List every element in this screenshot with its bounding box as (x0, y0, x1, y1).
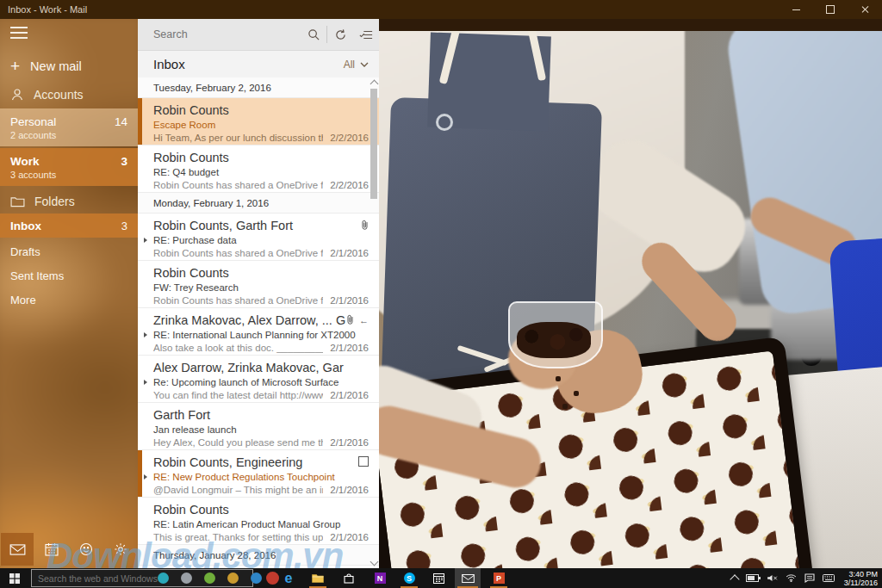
email-row[interactable]: Robin CountsEscape RoomHi Team, As per o… (138, 98, 379, 145)
email-row[interactable]: Zrinka Makovac, Alex Darrow, ... GRE: In… (138, 308, 379, 356)
taskbar-edge-button[interactable]: e (277, 568, 300, 588)
email-date: 2/1/2016 (330, 484, 369, 497)
email-sender: Zrinka Makovac, Alex Darrow, ... G (153, 313, 369, 329)
expand-thread-icon[interactable] (144, 238, 147, 243)
email-subject: RE: Purchase data (153, 234, 369, 247)
touch-keyboard-icon[interactable] (823, 574, 835, 582)
sidebar-item-drafts[interactable]: Drafts (0, 239, 138, 263)
account-detail: 2 accounts (10, 130, 127, 140)
scrollbar[interactable] (369, 77, 379, 568)
attachment-icon (361, 220, 369, 231)
taskbar-calendar-button[interactable] (427, 568, 450, 588)
taskbar-mail-button[interactable] (455, 568, 481, 588)
volume-muted-icon[interactable] (767, 574, 778, 582)
mail-app-window: Inbox - Work - Mail + New mail Accounts … (0, 0, 882, 588)
unread-indicator (138, 98, 142, 145)
account-count: 3 (121, 155, 127, 168)
sidebar: + New mail Accounts Personal 14 2 accoun… (0, 19, 138, 568)
email-row[interactable]: Alex Darrow, Zrinka Makovac, GarRe: Upco… (138, 356, 379, 403)
windows-logo-icon (9, 573, 20, 584)
email-subject: Re: Upcoming launch of Microsoft Surface (153, 376, 369, 389)
email-date: 2/2/2016 (330, 179, 369, 192)
taskbar-onenote-button[interactable]: N (369, 568, 391, 588)
sidebar-item-more[interactable]: More (0, 288, 138, 312)
chocolate-crumb (562, 404, 568, 409)
expand-thread-icon[interactable] (144, 380, 147, 385)
action-center-icon[interactable] (804, 573, 815, 583)
folder-name: Sent Items (10, 269, 64, 282)
kitchen-photo (379, 19, 882, 568)
sidebar-item-inbox[interactable]: Inbox 3 (0, 214, 138, 238)
message-list-pane: Inbox All Tuesday, February 2, 2016Robin… (138, 19, 379, 568)
scroll-up-icon[interactable] (370, 80, 379, 89)
email-sender: Alex Darrow, Zrinka Makovac, Gar (153, 360, 369, 376)
new-mail-button[interactable]: + New mail (0, 55, 138, 77)
scrollbar-thumb[interactable] (370, 89, 377, 199)
expand-thread-icon[interactable] (144, 332, 147, 337)
close-button[interactable] (848, 0, 882, 19)
battery-icon[interactable] (746, 574, 759, 582)
email-date: 2/1/2016 (330, 294, 369, 307)
person-icon (10, 88, 24, 102)
date-separator: Monday, February 1, 2016 (138, 193, 379, 214)
taskbar-powerpoint-button[interactable]: P (488, 568, 510, 588)
chocolate-crumb (556, 376, 561, 381)
expand-thread-icon[interactable] (144, 474, 147, 480)
plus-icon: + (10, 59, 20, 74)
folder-name: Inbox (10, 220, 41, 232)
email-row[interactable]: Garth FortJan release launchHey Alex, Co… (138, 403, 379, 450)
watermark-dot (158, 573, 169, 584)
email-preview: Hey Alex, Could you please send me the s… (153, 436, 323, 449)
selection-mode-button[interactable] (353, 19, 379, 50)
taskbar-search-input[interactable] (32, 573, 252, 585)
email-row[interactable]: Robin CountsFW: Trey ResearchRobin Count… (138, 261, 379, 308)
taskbar-search-box[interactable] (31, 569, 253, 587)
email-row[interactable]: Robin Counts, EngineeringRE: New Product… (138, 450, 379, 498)
email-sender: Robin Counts (153, 502, 369, 518)
list-header: Inbox All (138, 51, 379, 78)
email-row-icons (358, 456, 369, 467)
email-date: 2/1/2016 (330, 247, 369, 260)
search-button[interactable] (301, 19, 326, 50)
maximize-button[interactable] (813, 0, 848, 19)
minimize-button[interactable] (779, 0, 813, 19)
taskbar: e N S P (0, 568, 882, 588)
taskbar-file-explorer-button[interactable] (307, 568, 329, 588)
invite-icon (358, 456, 369, 467)
chocolate-cup (508, 301, 603, 368)
taskbar-skype-button[interactable]: S (398, 568, 420, 588)
sidebar-item-work[interactable]: Work 3 3 accounts (0, 148, 138, 186)
email-row[interactable]: Robin CountsRE: Q4 budgetRobin Counts ha… (138, 145, 379, 193)
email-row[interactable]: Robin Counts, Garth FortRE: Purchase dat… (138, 214, 379, 261)
sync-button[interactable] (327, 19, 353, 50)
filter-dropdown[interactable]: All (344, 59, 369, 71)
minimize-icon (792, 9, 800, 10)
mail-nav-button[interactable] (1, 533, 34, 566)
email-date: 2/1/2016 (330, 389, 369, 402)
store-icon (344, 573, 354, 584)
hamburger-menu-button[interactable] (10, 27, 28, 39)
sidebar-item-personal[interactable]: Personal 14 2 accounts (0, 108, 138, 146)
date-separator: Tuesday, February 2, 2016 (138, 77, 379, 98)
clock-time: 3:40 PM (848, 570, 878, 579)
sidebar-item-sent-items[interactable]: Sent Items (0, 263, 138, 288)
email-rows: Tuesday, February 2, 2016Robin CountsEsc… (138, 77, 379, 568)
search-input[interactable] (138, 28, 301, 41)
sync-icon (334, 28, 347, 41)
show-hidden-icons-button[interactable] (730, 574, 739, 584)
email-row-icons: ← (346, 314, 369, 325)
email-subject: RE: Latin American Product Manual Group (153, 518, 369, 531)
maximize-icon (826, 5, 835, 14)
email-preview: Robin Counts has shared a OneDrive for B… (153, 247, 323, 260)
account-detail: 3 accounts (10, 170, 127, 180)
window-title: Inbox - Work - Mail (0, 4, 87, 15)
start-button[interactable] (0, 568, 29, 588)
system-tray: 3:40 PM 3/11/2016 (731, 568, 882, 588)
wifi-icon[interactable] (786, 574, 797, 582)
taskbar-clock[interactable]: 3:40 PM 3/11/2016 (842, 570, 878, 587)
apron-grommet (436, 114, 453, 131)
email-preview: Robin Counts has shared a OneDrive for B… (153, 179, 323, 192)
taskbar-store-button[interactable] (338, 568, 360, 588)
powerpoint-icon: P (494, 573, 505, 584)
email-sender: Garth Fort (153, 407, 369, 424)
